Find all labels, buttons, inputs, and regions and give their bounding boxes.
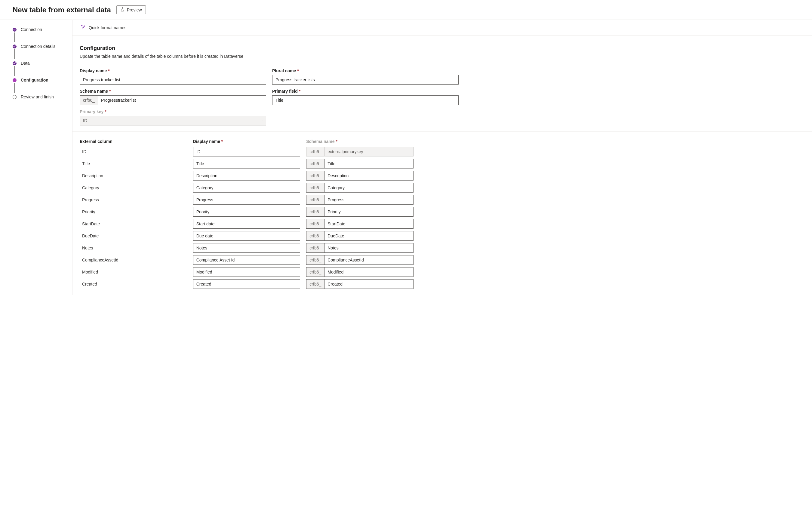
column-schema-name-field: crfb6_ xyxy=(306,231,414,241)
column-schema-name-field: crfb6_ xyxy=(306,159,414,169)
section-title: Configuration xyxy=(80,45,805,51)
column-schema-name-field: crfb6_ xyxy=(306,207,414,217)
primary-key-field: Primary key * ID xyxy=(80,109,266,125)
step-label: Connection details xyxy=(21,44,55,49)
column-display-name-input[interactable] xyxy=(193,267,301,277)
schema-prefix: crfb6_ xyxy=(306,183,324,192)
column-display-name-input[interactable] xyxy=(193,231,301,241)
column-display-name-input[interactable] xyxy=(193,255,301,265)
preview-label: Preview xyxy=(127,7,142,12)
display-name-field: Display name * xyxy=(80,68,266,84)
primary-field-field: Primary field * xyxy=(272,89,459,105)
column-display-name-input[interactable] xyxy=(193,207,301,217)
column-display-name-input[interactable] xyxy=(193,219,301,229)
column-display-name-input[interactable] xyxy=(193,159,301,169)
external-column-name: ComplianceAssetId xyxy=(80,258,187,262)
column-schema-name-input[interactable] xyxy=(324,159,414,169)
schema-prefix: crfb6_ xyxy=(306,159,324,169)
step-label: Connection xyxy=(21,27,42,32)
schema-name-input[interactable] xyxy=(98,95,266,105)
section-description: Update the table name and details of the… xyxy=(80,54,805,59)
schema-prefix: crfb6_ xyxy=(306,231,324,241)
column-schema-name-input[interactable] xyxy=(324,219,414,229)
column-display-name-input[interactable] xyxy=(193,171,301,180)
schema-name-field: Schema name * crfb6_ xyxy=(80,89,266,105)
schema-prefix: crfb6_ xyxy=(306,279,324,289)
schema-prefix: crfb6_ xyxy=(306,207,324,217)
schema-prefix: crfb6_ xyxy=(306,147,324,157)
wizard-sidebar: ConnectionConnection detailsDataConfigur… xyxy=(0,20,72,295)
flask-icon xyxy=(120,7,125,12)
column-schema-name-input[interactable] xyxy=(324,279,414,289)
external-column-name: Created xyxy=(80,282,187,286)
step-label: Data xyxy=(21,61,30,66)
chevron-down-icon xyxy=(260,118,263,123)
schema-prefix: crfb6_ xyxy=(306,267,324,277)
wizard-step-connection-details[interactable]: Connection details xyxy=(13,44,66,61)
column-display-name-input[interactable] xyxy=(193,195,301,205)
magic-wand-icon xyxy=(81,25,86,31)
divider xyxy=(72,131,812,132)
column-schema-name-field: crfb6_ xyxy=(306,279,414,289)
external-column-name: Category xyxy=(80,185,187,190)
primary-field-input[interactable] xyxy=(272,95,459,105)
wizard-step-configuration[interactable]: Configuration xyxy=(13,78,66,95)
column-schema-name-field: crfb6_ xyxy=(306,183,414,192)
check-icon xyxy=(13,61,16,65)
column-schema-name-input[interactable] xyxy=(324,231,414,241)
main-content: Quick format names Configuration Update … xyxy=(72,20,812,295)
wizard-step-review-and-finish[interactable]: Review and finish xyxy=(13,95,66,99)
column-schema-name-input xyxy=(324,147,414,157)
schema-prefix: crfb6_ xyxy=(306,171,324,180)
column-schema-name-field: crfb6_ xyxy=(306,195,414,205)
display-name-column-header: Display name * xyxy=(193,139,301,144)
external-column-name: DueDate xyxy=(80,233,187,238)
column-schema-name-input[interactable] xyxy=(324,243,414,253)
column-display-name-input[interactable] xyxy=(193,147,301,157)
column-schema-name-input[interactable] xyxy=(324,207,414,217)
display-name-input[interactable] xyxy=(80,75,266,84)
external-column-name: Notes xyxy=(80,245,187,250)
column-schema-name-field: crfb6_ xyxy=(306,267,414,277)
column-schema-name-input[interactable] xyxy=(324,267,414,277)
schema-prefix: crfb6_ xyxy=(306,195,324,205)
step-label: Configuration xyxy=(21,78,48,82)
column-schema-name-field: crfb6_ xyxy=(306,171,414,180)
external-column-name: ID xyxy=(80,149,187,154)
external-column-name: StartDate xyxy=(80,221,187,226)
column-schema-name-field: crfb6_ xyxy=(306,255,414,265)
external-column-name: Progress xyxy=(80,198,187,202)
step-label: Review and finish xyxy=(21,95,54,99)
upcoming-step-icon xyxy=(13,95,16,99)
column-schema-name-field: crfb6_ xyxy=(306,147,414,157)
primary-key-select: ID xyxy=(80,116,266,125)
schema-prefix: crfb6_ xyxy=(306,243,324,253)
external-column-header: External column xyxy=(80,139,187,144)
schema-prefix: crfb6_ xyxy=(80,95,98,105)
external-column-name: Modified xyxy=(80,270,187,274)
preview-button[interactable]: Preview xyxy=(116,5,146,14)
check-icon xyxy=(13,28,16,32)
current-step-icon xyxy=(13,78,16,82)
check-icon xyxy=(13,45,16,48)
toolbar: Quick format names xyxy=(72,20,812,36)
wizard-step-connection[interactable]: Connection xyxy=(13,27,66,44)
plural-name-input[interactable] xyxy=(272,75,459,84)
wizard-step-data[interactable]: Data xyxy=(13,61,66,78)
external-column-name: Priority xyxy=(80,210,187,214)
plural-name-field: Plural name * xyxy=(272,68,459,84)
quick-format-button[interactable]: Quick format names xyxy=(80,23,128,32)
schema-prefix: crfb6_ xyxy=(306,219,324,229)
column-schema-name-input[interactable] xyxy=(324,255,414,265)
column-schema-name-input[interactable] xyxy=(324,183,414,192)
external-column-name: Title xyxy=(80,161,187,166)
column-display-name-input[interactable] xyxy=(193,279,301,289)
column-display-name-input[interactable] xyxy=(193,243,301,253)
column-schema-name-input[interactable] xyxy=(324,195,414,205)
page-title: New table from external data xyxy=(13,6,111,14)
schema-name-column-header: Schema name * xyxy=(306,139,414,144)
column-display-name-input[interactable] xyxy=(193,183,301,192)
external-column-name: Description xyxy=(80,173,187,178)
column-schema-name-field: crfb6_ xyxy=(306,219,414,229)
column-schema-name-input[interactable] xyxy=(324,171,414,180)
